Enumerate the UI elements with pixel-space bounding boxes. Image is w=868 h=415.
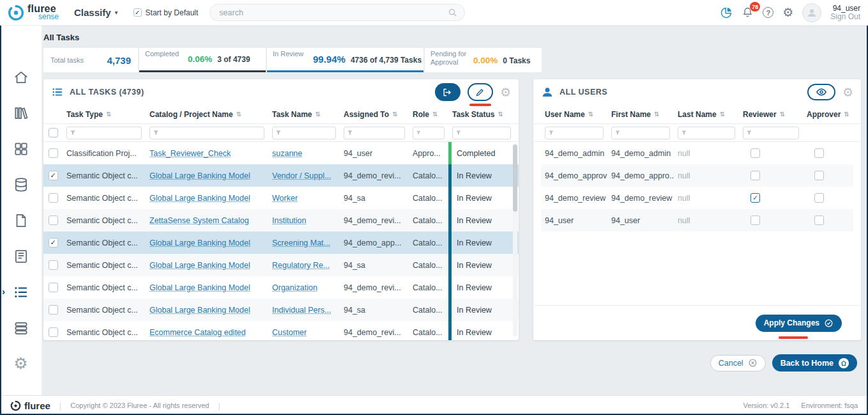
row-checkbox[interactable]: ✓ — [49, 171, 58, 180]
stat-completed[interactable]: Completed 0.06% 3 of 4739 — [139, 48, 266, 72]
export-tasks-button[interactable] — [435, 83, 461, 101]
row-checkbox[interactable] — [49, 283, 58, 292]
notifications-bell-icon[interactable]: 78 — [742, 6, 754, 19]
sort-icon[interactable]: ⇅ — [844, 111, 849, 118]
avatar[interactable] — [802, 3, 821, 22]
task-row[interactable]: ✓Semantic Object c...Global Large Bankin… — [43, 164, 519, 187]
sort-icon[interactable]: ⇅ — [392, 111, 397, 118]
settings-gear-icon[interactable]: ⚙ — [782, 6, 793, 19]
task-name-link[interactable]: Vendor / Suppl... — [272, 171, 331, 180]
start-by-default-toggle[interactable]: ✓ Start by Default — [133, 8, 199, 17]
sidebar-item-grid[interactable] — [0, 141, 42, 157]
filter-input[interactable] — [556, 129, 600, 137]
user-row[interactable]: 94_demo_admin94_demo_adminnull — [541, 142, 853, 164]
catalog-link[interactable]: Global Large Banking Model — [149, 239, 250, 247]
sidebar-item-tasks[interactable]: › — [0, 284, 42, 301]
sidebar-item-settings[interactable]: ⚙ — [0, 356, 42, 372]
task-name-link[interactable]: Screening Mat... — [272, 239, 330, 247]
column-header[interactable]: Last Name⇅ — [674, 105, 739, 123]
catalog-link[interactable]: Global Large Banking Model — [149, 283, 250, 292]
catalog-link[interactable]: Global Large Banking Model — [149, 306, 250, 315]
sort-icon[interactable]: ⇅ — [315, 111, 320, 118]
stat-pending-approval[interactable]: Pending for Approval 0.00% 0 Tasks — [425, 48, 542, 72]
reviewer-checkbox[interactable] — [750, 171, 760, 180]
approver-checkbox[interactable] — [814, 171, 824, 180]
task-row[interactable]: Semantic Object c...Global Large Banking… — [43, 299, 519, 321]
task-name-link[interactable]: Worker — [272, 194, 298, 203]
row-checkbox[interactable] — [49, 148, 58, 158]
catalog-link[interactable]: ZettaSense System Catalog — [149, 216, 249, 225]
tasks-scrollbar[interactable] — [513, 143, 517, 336]
scrollbar-thumb[interactable] — [513, 145, 517, 212]
catalog-link[interactable]: Task_Reviewer_Check — [149, 149, 231, 158]
user-row[interactable]: 94_demo_review94_demo_reviewnull✓ — [541, 187, 853, 209]
filter-input[interactable] — [463, 129, 507, 137]
row-checkbox[interactable]: ✓ — [49, 238, 58, 247]
filter-input[interactable] — [423, 129, 441, 137]
reviewer-checkbox[interactable] — [750, 215, 760, 225]
filter-input[interactable] — [622, 129, 666, 137]
approver-checkbox[interactable] — [814, 215, 824, 225]
classify-dropdown[interactable]: Classify ▾ — [74, 7, 118, 18]
filter-input[interactable] — [77, 129, 138, 137]
start-by-default-checkbox[interactable]: ✓ — [133, 8, 142, 17]
approver-checkbox[interactable] — [814, 148, 824, 158]
task-name-link[interactable]: Regulatory Re... — [272, 261, 330, 270]
search-input[interactable] — [209, 4, 465, 21]
catalog-link[interactable]: Global Large Banking Model — [149, 171, 250, 180]
sort-icon[interactable]: ⇅ — [780, 111, 785, 118]
row-checkbox[interactable] — [49, 260, 58, 270]
task-name-link[interactable]: Individual Pers... — [272, 306, 331, 315]
catalog-link[interactable]: Global Large Banking Model — [149, 261, 250, 270]
task-name-link[interactable]: Customer — [272, 328, 307, 337]
reviewer-checkbox[interactable]: ✓ — [750, 193, 760, 203]
column-header[interactable]: Task Name⇅ — [268, 105, 340, 123]
filter-input[interactable] — [283, 129, 332, 137]
column-header[interactable]: Catalog / Project Name⇅ — [146, 105, 268, 123]
task-name-link[interactable]: Organization — [272, 283, 317, 292]
sort-icon[interactable]: ⇅ — [236, 111, 241, 118]
catalog-link[interactable]: Ecommerce Catalog edited — [149, 328, 246, 337]
search-icon[interactable] — [448, 8, 457, 17]
column-header[interactable]: First Name⇅ — [607, 105, 674, 123]
users-settings-gear-icon[interactable]: ⚙ — [842, 86, 853, 98]
apply-changes-button[interactable]: Apply Changes — [756, 315, 842, 332]
sidebar-item-database[interactable] — [0, 176, 42, 193]
sort-icon[interactable]: ⇅ — [720, 111, 725, 118]
cancel-button[interactable]: Cancel — [710, 355, 766, 372]
sort-icon[interactable]: ⇅ — [498, 111, 503, 118]
stat-in-review[interactable]: In Review 99.94% 4736 of 4,739 Tasks — [267, 48, 423, 72]
sidebar-item-library[interactable] — [0, 105, 42, 121]
task-name-link[interactable]: suzanne — [272, 149, 302, 158]
help-icon[interactable]: ? — [763, 7, 773, 18]
task-row[interactable]: ✓Semantic Object c...Global Large Bankin… — [43, 231, 519, 254]
sort-icon[interactable]: ⇅ — [106, 111, 111, 118]
analytics-icon[interactable] — [720, 6, 733, 19]
fluree-logo[interactable]: fluree sense — [8, 4, 59, 21]
filter-input[interactable] — [754, 129, 795, 137]
task-row[interactable]: Classification Proj...Task_Reviewer_Chec… — [43, 142, 519, 164]
sidebar-item-journal[interactable] — [0, 248, 42, 265]
column-header[interactable]: User Name⇅ — [541, 105, 607, 123]
sign-out-link[interactable]: Sign Out — [830, 13, 860, 21]
sidebar-item-document[interactable] — [0, 212, 42, 229]
row-checkbox[interactable] — [49, 215, 58, 225]
stat-total-tasks[interactable]: Total tasks 4,739 — [43, 48, 138, 72]
view-users-button[interactable] — [807, 84, 835, 100]
column-header[interactable]: Assigned To⇅ — [340, 105, 409, 123]
column-header[interactable]: Reviewer⇅ — [739, 105, 803, 123]
task-row[interactable]: Semantic Object c...Ecommerce Catalog ed… — [43, 321, 519, 340]
task-row[interactable]: Semantic Object c...Global Large Banking… — [43, 276, 519, 299]
sidebar-item-queue[interactable] — [0, 320, 42, 336]
sort-icon[interactable]: ⇅ — [432, 111, 438, 118]
row-checkbox[interactable] — [49, 305, 58, 315]
select-all-checkbox[interactable] — [43, 124, 63, 141]
filter-input[interactable] — [689, 129, 731, 137]
task-name-link[interactable]: Institution — [272, 216, 307, 225]
task-row[interactable]: Semantic Object c...Global Large Banking… — [43, 254, 519, 276]
user-row[interactable]: 94_user94_usernull — [541, 209, 853, 231]
edit-tasks-button[interactable] — [468, 83, 493, 101]
filter-input[interactable] — [354, 129, 401, 137]
tasks-settings-gear-icon[interactable]: ⚙ — [500, 86, 511, 98]
user-row[interactable]: 94_demo_approv94_demo_appro...null — [541, 164, 853, 187]
